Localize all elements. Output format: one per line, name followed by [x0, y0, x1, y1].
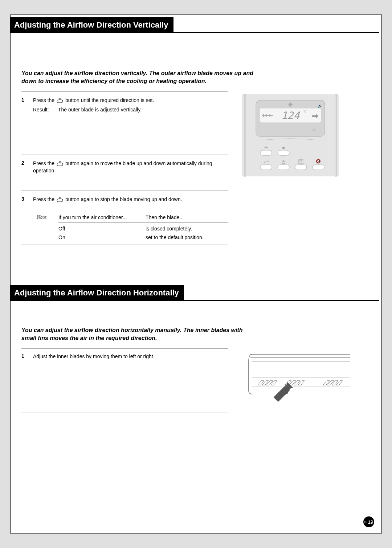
result-label: Result: [33, 106, 53, 114]
page: Adjusting the Airflow Direction Vertical… [0, 0, 392, 548]
section2-content-row: 1 Adjust the inner blades by moving them… [21, 348, 368, 413]
section1-title: Adjusting the Airflow Direction Vertical… [11, 17, 173, 33]
note-row: Off is closed completely. [58, 223, 228, 232]
swing-button-icon [56, 160, 64, 167]
svg-text:🔇: 🔇 [316, 159, 321, 164]
remote-illustration: 124 °C 🔊 [241, 94, 339, 177]
svg-rect-1 [57, 163, 63, 166]
page-number-badge: E-19 [363, 516, 374, 527]
section2-title-bar: Adjusting the Airflow Direction Horizont… [11, 285, 381, 301]
note-table: If you turn the air conditioner... Then … [58, 214, 228, 240]
step-text: Press the button until the required dire… [33, 97, 228, 113]
note-head-c2: Then the blade... [146, 214, 228, 220]
svg-rect-35 [313, 165, 324, 170]
svg-rect-2 [57, 199, 63, 202]
svg-rect-0 [57, 100, 63, 103]
step-text: Adjust the inner blades by moving them t… [33, 353, 228, 360]
section1-title-bar: Adjusting the Airflow Direction Vertical… [11, 17, 381, 33]
svg-rect-25 [278, 150, 289, 155]
section2-body: You can adjust the airflow direction hor… [11, 326, 381, 413]
louver-illustration [241, 351, 350, 405]
step-1: 1 Press the button until the required di… [21, 92, 228, 118]
note-row: On set to the default position. [58, 232, 228, 240]
section1-intro: You can adjust the airflow direction ver… [21, 69, 254, 85]
step-number: 2 [21, 160, 28, 174]
step-number: 1 [21, 353, 28, 360]
svg-text:°C: °C [303, 110, 307, 113]
svg-rect-33 [295, 165, 307, 170]
step-3: 3 Press the button again to stop the bla… [21, 191, 228, 208]
section1-steps: 1 Press the button until the required di… [21, 91, 228, 245]
swing-button-icon [56, 97, 64, 103]
louver-figure [241, 348, 368, 406]
step-text: Press the button again to stop the blade… [33, 196, 228, 203]
document-sheet: Adjusting the Airflow Direction Vertical… [10, 15, 382, 533]
svg-text:🔊: 🔊 [318, 103, 322, 108]
page-prefix: E- [364, 520, 368, 524]
step-1: 1 Adjust the inner blades by moving them… [21, 349, 228, 365]
remote-figure: 124 °C 🔊 [241, 91, 368, 178]
svg-rect-21 [260, 150, 272, 155]
section2-title: Adjusting the Airflow Direction Horizont… [11, 285, 184, 301]
svg-rect-26 [260, 165, 272, 170]
section2: Adjusting the Airflow Direction Horizont… [11, 285, 381, 413]
step-number: 1 [21, 97, 28, 113]
note-label: Note [37, 214, 58, 240]
svg-rect-29 [278, 165, 289, 170]
remote-temp: 124 [281, 110, 300, 122]
section2-intro: You can adjust the airflow direction hor… [21, 326, 254, 342]
note-table-header: If you turn the air conditioner... Then … [58, 214, 228, 223]
step-text: Press the button again to move the blade… [33, 160, 228, 174]
section1-content-row: 1 Press the button until the required di… [21, 91, 368, 245]
page-number: 19 [368, 519, 373, 525]
section1-body: You can adjust the airflow direction ver… [11, 69, 381, 245]
step-2: 2 Press the button again to move the bla… [21, 155, 228, 179]
result-text: The outer blade is adjusted vertically. [58, 106, 142, 114]
step-number: 3 [21, 196, 28, 203]
note-block: Note If you turn the air conditioner... … [37, 214, 228, 240]
swing-button-icon [56, 196, 64, 203]
result-row: Result: The outer blade is adjusted vert… [33, 106, 228, 114]
note-head-c1: If you turn the air conditioner... [58, 214, 146, 220]
section2-steps: 1 Adjust the inner blades by moving them… [21, 348, 228, 413]
